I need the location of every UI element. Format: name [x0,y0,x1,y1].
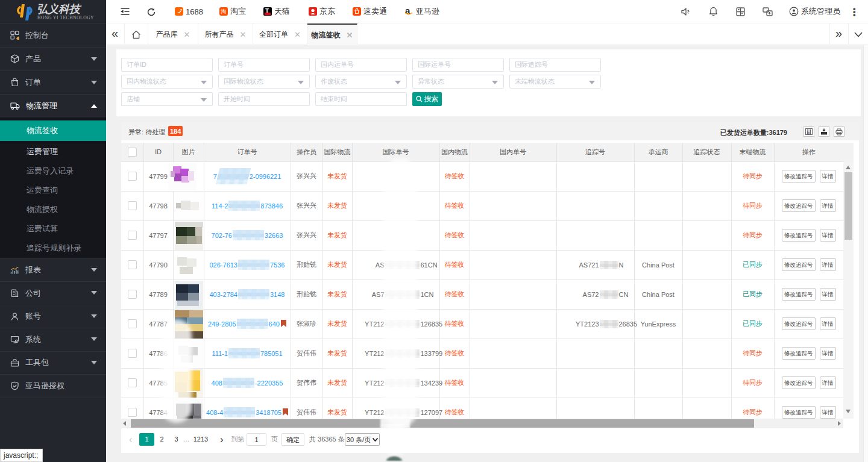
svg-text:弘义科技: 弘义科技 [37,3,82,15]
svg-text:HONG YI TECHNOLOGY: HONG YI TECHNOLOGY [37,15,94,20]
